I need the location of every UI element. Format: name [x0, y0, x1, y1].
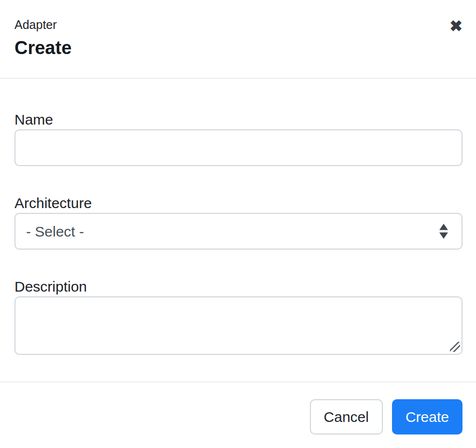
name-input[interactable]	[14, 129, 462, 166]
modal-body: Name Architecture - Select - Description	[0, 79, 476, 381]
description-label: Description	[14, 278, 462, 295]
architecture-field-group: Architecture - Select -	[14, 195, 462, 250]
modal-overline: Adapter	[14, 17, 462, 32]
cancel-button[interactable]: Cancel	[310, 399, 383, 434]
modal-header: Adapter Create ✖	[0, 0, 476, 79]
architecture-label: Architecture	[14, 195, 462, 212]
name-label: Name	[14, 111, 462, 128]
close-icon: ✖	[449, 17, 462, 35]
create-button[interactable]: Create	[392, 399, 462, 434]
architecture-select[interactable]: - Select -	[14, 213, 462, 250]
name-field-group: Name	[14, 111, 462, 166]
create-adapter-modal: Adapter Create ✖ Name Architecture - Sel…	[0, 0, 476, 448]
modal-title: Create	[14, 38, 462, 58]
description-textarea[interactable]	[14, 296, 462, 355]
modal-footer: Cancel Create	[0, 381, 476, 448]
close-button[interactable]: ✖	[448, 17, 463, 35]
description-textarea-wrap	[14, 296, 462, 355]
architecture-select-wrap: - Select -	[14, 213, 462, 250]
description-field-group: Description	[14, 278, 462, 355]
